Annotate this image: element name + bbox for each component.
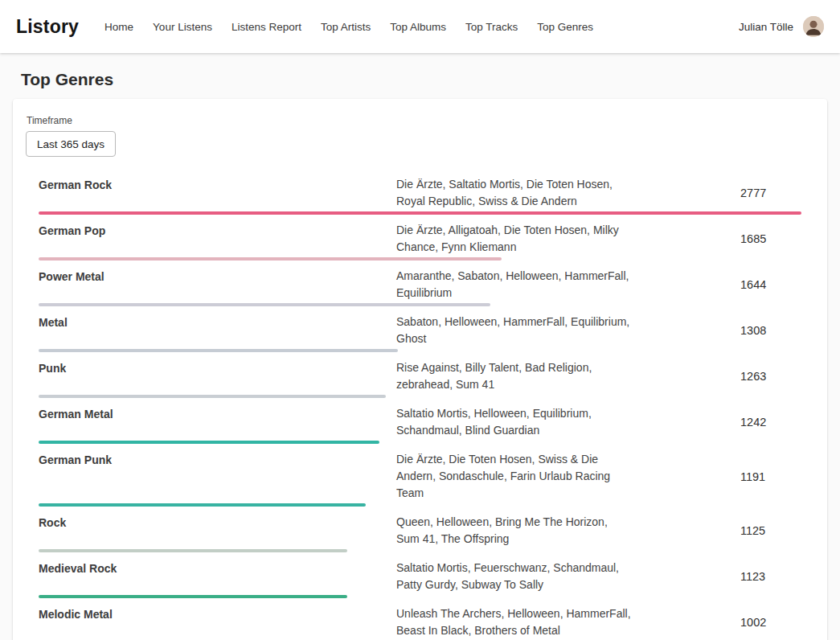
genre-name: Metal	[39, 314, 396, 329]
top-genres-card: Timeframe Last 365 days German Rock Die …	[13, 99, 827, 640]
genre-row: Power Metal Amaranthe, Sabaton, Hellowee…	[26, 262, 814, 308]
genre-count: 1242	[633, 416, 801, 429]
genre-name: German Metal	[39, 405, 396, 421]
genre-count: 1685	[633, 232, 801, 245]
genre-artists: Die Ärzte, Saltatio Mortis, Die Toten Ho…	[396, 176, 633, 210]
genre-artists: Saltatio Mortis, Helloween, Equilibrium,…	[396, 405, 633, 439]
genre-artists: Die Ärzte, Alligatoah, Die Toten Hosen, …	[396, 222, 633, 256]
genre-bar	[39, 441, 379, 444]
genre-row: German Pop Die Ärzte, Alligatoah, Die To…	[26, 216, 814, 262]
nav-item-home[interactable]: Home	[104, 21, 133, 33]
genre-name: German Pop	[39, 222, 396, 237]
user-name[interactable]: Julian Tölle	[739, 21, 793, 33]
genre-name: Punk	[39, 359, 396, 375]
genre-name: Melodic Metal	[39, 605, 396, 621]
nav-item-listens-report[interactable]: Listens Report	[232, 21, 301, 33]
user-avatar[interactable]	[803, 16, 824, 37]
genre-bar	[39, 549, 347, 552]
genre-table: German Rock Die Ärzte, Saltatio Mortis, …	[26, 170, 814, 640]
genre-bar	[39, 595, 347, 598]
genre-bar	[39, 395, 386, 398]
genre-artists: Unleash The Archers, Helloween, HammerFa…	[396, 605, 633, 639]
nav-item-top-genres[interactable]: Top Genres	[537, 21, 593, 33]
genre-bar	[39, 257, 502, 261]
genre-artists: Sabaton, Helloween, HammerFall, Equilibr…	[396, 314, 633, 347]
genre-count: 1191	[633, 470, 801, 483]
app-logo[interactable]: Listory	[16, 16, 79, 38]
genre-bar	[39, 503, 366, 507]
genre-row: Metal Sabaton, Helloween, HammerFall, Eq…	[26, 308, 814, 354]
genre-name: German Punk	[39, 451, 396, 466]
genre-artists: Amaranthe, Sabaton, Helloween, HammerFal…	[396, 268, 633, 302]
genre-row: Medieval Rock Saltatio Mortis, Feuerschw…	[26, 554, 814, 600]
nav-item-top-albums[interactable]: Top Albums	[390, 21, 446, 33]
genre-row: Rock Queen, Helloween, Bring Me The Hori…	[26, 508, 814, 554]
genre-row: German Rock Die Ärzte, Saltatio Mortis, …	[26, 170, 814, 216]
nav-item-top-artists[interactable]: Top Artists	[321, 21, 371, 33]
person-icon	[803, 16, 824, 37]
nav-item-your-listens[interactable]: Your Listens	[153, 21, 212, 33]
genre-count: 1002	[633, 616, 801, 629]
genre-row: Punk Rise Against, Billy Talent, Bad Rel…	[26, 354, 814, 400]
genre-count: 1263	[633, 370, 801, 383]
genre-count: 1123	[633, 570, 801, 583]
genre-count: 1644	[633, 278, 801, 291]
genre-name: German Rock	[39, 176, 396, 191]
genre-artists: Queen, Helloween, Bring Me The Horizon, …	[396, 514, 633, 548]
nav-item-top-tracks[interactable]: Top Tracks	[465, 21, 518, 33]
genre-count: 1125	[633, 524, 801, 537]
genre-artists: Saltatio Mortis, Feuerschwanz, Schandmau…	[396, 560, 633, 593]
timeframe-filter: Timeframe Last 365 days	[26, 115, 814, 157]
genre-row: German Metal Saltatio Mortis, Helloween,…	[26, 400, 814, 445]
page-content: Top Genres Timeframe Last 365 days Germa…	[0, 70, 840, 640]
genre-name: Power Metal	[39, 268, 396, 283]
genre-name: Rock	[39, 514, 396, 529]
genre-bar	[39, 303, 490, 306]
genre-bar	[39, 211, 801, 215]
genre-row: German Punk Die Ärzte, Die Toten Hosen, …	[26, 445, 814, 508]
genre-artists: Rise Against, Billy Talent, Bad Religion…	[396, 359, 633, 393]
navbar-right: Julian Tölle	[739, 16, 824, 37]
genre-bar	[39, 349, 398, 352]
genre-count: 1308	[633, 324, 801, 337]
page-title: Top Genres	[21, 70, 827, 89]
navbar: Listory HomeYour ListensListens ReportTo…	[0, 0, 840, 53]
genre-artists: Die Ärzte, Die Toten Hosen, Swiss & Die …	[396, 451, 633, 502]
timeframe-select[interactable]: Last 365 days	[26, 131, 116, 157]
main-nav: HomeYour ListensListens ReportTop Artist…	[104, 21, 593, 33]
timeframe-label: Timeframe	[27, 115, 814, 126]
genre-count: 2777	[633, 187, 801, 199]
genre-row: Melodic Metal Unleash The Archers, Hello…	[26, 600, 814, 640]
genre-name: Medieval Rock	[39, 560, 396, 575]
